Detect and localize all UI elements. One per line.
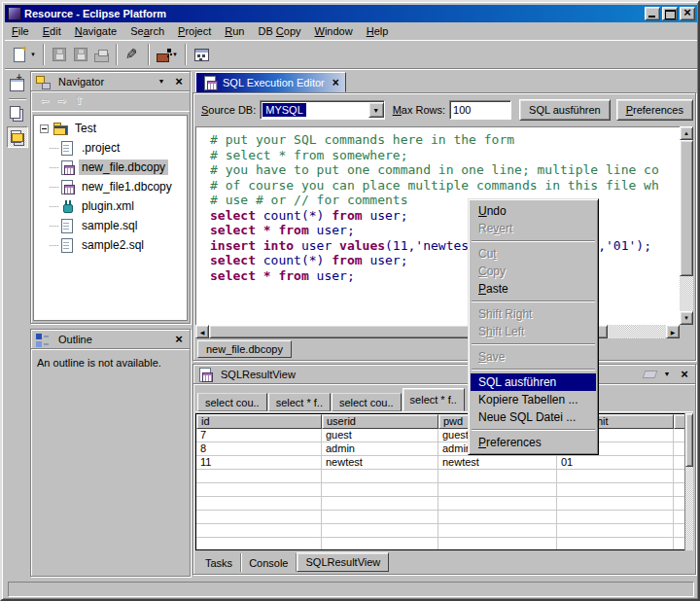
close-button[interactable] — [680, 7, 695, 20]
table-cell — [557, 497, 674, 510]
context-menu-item-paste[interactable]: Paste — [471, 280, 596, 298]
scrollbar-track[interactable] — [608, 325, 666, 338]
menu-file[interactable]: File — [5, 23, 36, 39]
context-menu-item-revert: Revert — [471, 220, 596, 237]
eclipse-app-icon[interactable] — [8, 7, 21, 20]
tree-item-new-file1-dbcopy[interactable]: new_file1.dbcopy — [34, 177, 187, 196]
scroll-up-icon[interactable] — [680, 126, 693, 140]
navigator-menu-button[interactable] — [155, 75, 168, 88]
menu-db-copy[interactable]: DB Copy — [251, 23, 307, 39]
menu-search[interactable]: Search — [123, 23, 171, 39]
title-bar[interactable]: Resource - Eclipse Platform — [5, 5, 697, 22]
code-line-2: # select * from somewhere; — [210, 148, 680, 163]
result-view-menu-button[interactable] — [660, 368, 674, 381]
tree-item-label: new_file1.dbcopy — [79, 179, 175, 194]
table-row[interactable]: 11newtestnewtest01 — [196, 456, 686, 470]
tree-item-sample-sql[interactable]: sample.sql — [34, 216, 187, 235]
result-view-close-button[interactable] — [678, 368, 691, 381]
table-cell — [196, 511, 322, 523]
navigator-view: Navigator Test.projectnew_file.dbcopynew… — [30, 71, 191, 324]
scrollbar-track[interactable] — [680, 276, 693, 311]
scrollbar-thumb[interactable] — [680, 140, 693, 276]
external-tool-button[interactable] — [122, 43, 144, 66]
sql-ausfuehren-button[interactable]: SQL ausführen — [519, 99, 611, 121]
context-menu-item-neue-sql-datei[interactable]: Neue SQL Datei ... — [471, 408, 596, 426]
navigator-close-button[interactable] — [172, 75, 186, 88]
menu-navigate[interactable]: Navigate — [68, 23, 123, 39]
preferences-button[interactable]: Preferences — [616, 99, 693, 121]
table-row-empty[interactable] — [196, 483, 686, 497]
menu-help[interactable]: Help — [360, 23, 396, 39]
editor-tab-close-icon[interactable] — [332, 76, 339, 89]
context-menu-item-sql-ausf-hren[interactable]: SQL ausführen — [471, 373, 596, 391]
clear-results-button[interactable] — [643, 368, 656, 381]
back-icon — [35, 93, 52, 109]
minimize-button[interactable] — [645, 7, 660, 20]
context-menu-item-kopiere-tabellen[interactable]: Kopiere Tabellen ... — [471, 391, 596, 408]
result-table-header: iduseridpwdhit — [196, 414, 686, 429]
tree-item-plugin-xml[interactable]: plugin.xml — [34, 196, 187, 216]
table-row-empty[interactable] — [196, 470, 686, 483]
column-header-userid[interactable]: userid — [322, 414, 438, 429]
editor-param-row: Source DB: MYSQL Max Rows: SQL ausführen… — [195, 95, 693, 124]
table-row-empty[interactable] — [196, 524, 686, 538]
menu-run[interactable]: Run — [218, 23, 251, 39]
resource-perspective-active-button[interactable] — [7, 126, 28, 148]
new-wizard-button[interactable] — [9, 43, 39, 66]
table-cell — [196, 524, 322, 537]
context-menu-item-preferences[interactable]: Preferences — [471, 434, 596, 451]
tree-connector — [50, 148, 59, 149]
scroll-down-icon[interactable] — [680, 311, 693, 325]
outline-close-button[interactable] — [172, 333, 186, 346]
resource-perspective-button[interactable] — [7, 103, 28, 124]
context-menu-item-undo[interactable]: Undo — [471, 202, 596, 220]
editor-vertical-scrollbar[interactable] — [680, 126, 693, 325]
file-tab-new-file-dbcopy[interactable]: new_file.dbcopy — [197, 340, 292, 358]
menu-window[interactable]: Window — [308, 23, 360, 39]
open-perspective-button[interactable] — [7, 74, 28, 95]
menu-project[interactable]: Project — [171, 23, 218, 39]
scroll-right-icon[interactable] — [666, 325, 680, 338]
resource-perspective-icon — [7, 103, 23, 120]
view-tab-tasks[interactable]: Tasks — [197, 553, 241, 572]
run-tool-button[interactable] — [154, 43, 181, 66]
navigator-icon — [35, 74, 51, 89]
table-row[interactable]: 8adminadmin — [196, 442, 686, 456]
editor-tab-sql-execution-editor[interactable]: SQL Execution Editor — [195, 72, 346, 92]
result-tab-3[interactable]: select cou.. — [332, 393, 402, 411]
view-tab-sqlresultview[interactable]: SQLResultView — [297, 552, 389, 572]
scrollbar-thumb[interactable] — [685, 413, 693, 467]
dropdown-arrow-icon[interactable] — [30, 52, 36, 57]
tree-item-sample2-sql[interactable]: sample2.sql — [34, 235, 187, 255]
table-cell — [196, 497, 322, 510]
source-db-combo[interactable]: MYSQL — [260, 100, 384, 120]
code-line-3: # you have to put one command in one lin… — [210, 162, 680, 178]
editor-file-tab-row: new_file.dbcopy — [195, 340, 693, 360]
view-tab-console[interactable]: Console — [241, 553, 297, 572]
menu-edit[interactable]: Edit — [36, 23, 68, 39]
max-rows-input[interactable] — [449, 100, 511, 120]
column-header-id[interactable]: id — [196, 414, 322, 429]
table-row-empty[interactable] — [196, 511, 686, 524]
separator — [185, 44, 187, 65]
result-tab-2[interactable]: select * f.. — [268, 393, 331, 411]
result-table[interactable]: iduseridpwdhit 7guestguest8adminadmin11n… — [195, 413, 687, 550]
table-row[interactable]: 7guestguest — [196, 429, 686, 442]
result-tab-1[interactable]: select cou.. — [197, 393, 267, 411]
maximize-button[interactable] — [662, 7, 678, 20]
db-table-button[interactable] — [191, 43, 213, 66]
tree-item-new-file-dbcopy[interactable]: new_file.dbcopy — [34, 158, 187, 177]
table-row-empty[interactable] — [196, 497, 686, 511]
result-tab-4[interactable]: select * f.. — [402, 388, 465, 411]
editor-horizontal-scrollbar[interactable] — [195, 325, 680, 338]
tree-item-project[interactable]: .project — [34, 138, 187, 158]
dropdown-arrow-icon[interactable] — [172, 52, 178, 57]
combo-dropdown-icon[interactable] — [368, 102, 384, 118]
scroll-left-icon[interactable] — [195, 325, 209, 338]
tree-item-test[interactable]: Test — [34, 119, 187, 138]
table-row-empty[interactable] — [196, 538, 686, 550]
tree-expander-icon[interactable] — [40, 124, 49, 133]
navigator-tree[interactable]: Test.projectnew_file.dbcopynew_file1.dbc… — [33, 115, 188, 321]
sql-code-area[interactable]: # put your SQL commands here in the form… — [195, 126, 680, 325]
result-table-scrollbar[interactable] — [684, 413, 693, 550]
